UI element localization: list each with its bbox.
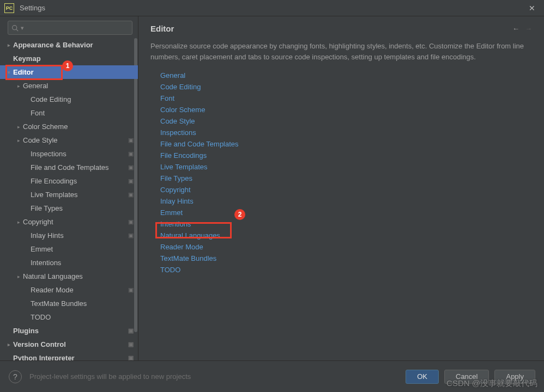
tree-item-label: General [23,82,134,90]
link-code-style[interactable]: Code Style [160,115,532,127]
link-emmet[interactable]: Emmet [160,207,532,218]
window-title: Settings [20,4,524,12]
help-icon[interactable]: ? [9,370,22,383]
search-input[interactable]: ▾ [8,21,132,35]
footer: ? Project-level settings will be applied… [0,360,544,392]
settings-tree[interactable]: Appearance & BehaviorKeymapEditorGeneral… [0,38,138,360]
tree-item-keymap[interactable]: Keymap [0,52,138,65]
link-file-types[interactable]: File Types [160,173,532,184]
search-icon [11,24,19,32]
nav-back-icon[interactable]: ← [512,24,519,33]
tree-item-label: Editor [13,68,134,76]
link-reader-mode[interactable]: Reader Mode [160,241,532,253]
project-scope-icon: ▣ [128,218,134,225]
link-natural-languages[interactable]: Natural Languages [160,230,532,241]
tree-item-font[interactable]: Font [0,106,138,120]
tree-item-editor[interactable]: Editor [0,65,138,79]
footer-hint: Project-level settings will be applied t… [29,372,400,381]
cancel-button[interactable]: Cancel [444,370,489,384]
link-code-editing[interactable]: Code Editing [160,81,532,93]
tree-item-label: Code Editing [31,95,134,103]
tree-item-file-and-code-templates[interactable]: File and Code Templates▣ [0,161,138,174]
sidebar: ▾ Appearance & BehaviorKeymapEditorGener… [0,16,138,360]
chevron-down-icon[interactable] [5,70,12,75]
app-logo-icon: PC [4,3,14,13]
link-todo[interactable]: TODO [160,264,532,275]
tree-item-live-templates[interactable]: Live Templates▣ [0,188,138,201]
nav-forward-icon: → [525,24,532,33]
project-scope-icon: ▣ [128,150,134,157]
tree-item-label: Code Style [23,136,128,144]
tree-item-code-style[interactable]: Code Style▣ [0,133,138,147]
tree-item-file-types[interactable]: File Types [0,201,138,215]
tree-item-label: Live Templates [31,191,128,199]
titlebar: PC Settings ✕ [0,0,544,16]
tree-item-label: TextMate Bundles [31,299,134,308]
tree-item-label: Natural Languages [23,272,134,280]
chevron-right-icon[interactable] [5,342,12,347]
link-file-encodings[interactable]: File Encodings [160,150,532,161]
page-title: Editor [150,24,512,33]
project-scope-icon: ▣ [128,354,134,360]
page-links: GeneralCode EditingFontColor SchemeCode … [150,70,532,275]
tree-item-natural-languages[interactable]: Natural Languages [0,270,138,283]
tree-item-todo[interactable]: TODO [0,310,138,324]
chevron-right-icon[interactable] [15,124,22,130]
chevron-right-icon[interactable] [5,42,12,48]
tree-item-emmet[interactable]: Emmet [0,242,138,256]
tree-item-plugins[interactable]: Plugins▣ [0,324,138,338]
tree-item-appearance-behavior[interactable]: Appearance & Behavior [0,38,138,52]
project-scope-icon: ▣ [128,341,134,348]
tree-item-code-editing[interactable]: Code Editing [0,93,138,106]
tree-item-label: Emmet [31,245,134,253]
link-general[interactable]: General [160,70,532,81]
project-scope-icon: ▣ [128,327,134,334]
tree-item-reader-mode[interactable]: Reader Mode▣ [0,283,138,297]
project-scope-icon: ▣ [128,232,134,239]
apply-button[interactable]: Apply [494,370,535,384]
link-copyright[interactable]: Copyright [160,184,532,195]
tree-item-file-encodings[interactable]: File Encodings▣ [0,174,138,188]
main-area: ▾ Appearance & BehaviorKeymapEditorGener… [0,16,544,360]
tree-item-version-control[interactable]: Version Control▣ [0,338,138,351]
ok-button[interactable]: OK [406,370,439,384]
link-inspections[interactable]: Inspections [160,127,532,138]
project-scope-icon: ▣ [128,137,134,144]
project-scope-icon: ▣ [128,164,134,171]
chevron-right-icon[interactable] [15,219,22,225]
svg-line-1 [16,29,18,30]
tree-item-color-scheme[interactable]: Color Scheme [0,120,138,133]
link-live-templates[interactable]: Live Templates [160,161,532,173]
svg-point-0 [13,25,17,29]
tree-item-label: TODO [31,313,134,321]
link-inlay-hints[interactable]: Inlay Hints [160,195,532,207]
link-file-and-code-templates[interactable]: File and Code Templates [160,138,532,150]
chevron-right-icon[interactable] [15,274,22,279]
tree-item-inlay-hints[interactable]: Inlay Hints▣ [0,229,138,242]
nav-arrows: ← → [512,24,532,33]
tree-item-label: Copyright [23,218,128,226]
chevron-right-icon[interactable] [15,138,22,143]
tree-item-label: Appearance & Behavior [13,41,134,49]
tree-item-label: Reader Mode [31,286,128,294]
close-icon[interactable]: ✕ [524,2,540,15]
project-scope-icon: ▣ [128,286,134,293]
tree-item-label: Font [31,109,134,117]
link-textmate-bundles[interactable]: TextMate Bundles [160,253,532,264]
tree-item-label: Intentions [31,259,134,267]
tree-item-label: File Encodings [31,177,128,185]
link-intentions[interactable]: Intentions [160,218,532,230]
tree-item-inspections[interactable]: Inspections▣ [0,147,138,161]
tree-item-textmate-bundles[interactable]: TextMate Bundles [0,297,138,310]
tree-item-label: File and Code Templates [31,163,128,171]
tree-item-label: Python Interpreter [13,354,128,360]
tree-item-general[interactable]: General [0,79,138,93]
tree-item-python-interpreter[interactable]: Python Interpreter▣ [0,351,138,360]
tree-item-label: Inlay Hints [31,231,128,240]
link-color-scheme[interactable]: Color Scheme [160,104,532,115]
tree-item-intentions[interactable]: Intentions [0,256,138,270]
tree-item-label: Inspections [31,150,128,158]
tree-item-copyright[interactable]: Copyright▣ [0,215,138,229]
link-font[interactable]: Font [160,93,532,104]
chevron-right-icon[interactable] [15,83,22,89]
